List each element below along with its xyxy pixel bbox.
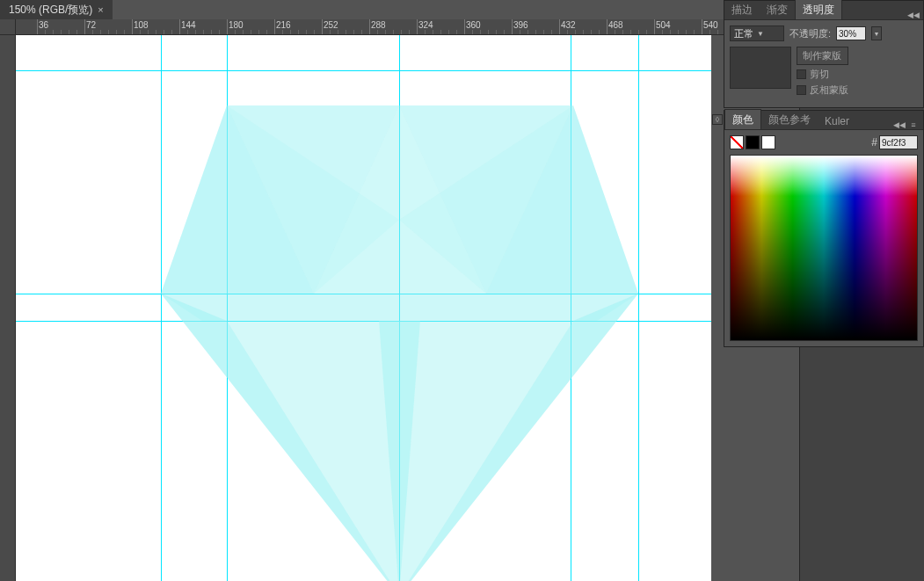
ruler-tick-label: 72	[86, 20, 96, 30]
blend-mode-value: 正常	[734, 27, 753, 40]
panel-collapse-icon[interactable]: ◀◀	[907, 11, 920, 19]
close-icon[interactable]: ×	[98, 4, 103, 15]
ruler-tick-label: 216	[276, 20, 291, 30]
document-tab-title: 150% (RGB/预览)	[9, 3, 92, 18]
ruler-tick-label: 504	[656, 20, 671, 30]
clip-checkbox[interactable]: 剪切	[797, 68, 848, 81]
ruler-tick-label: 144	[181, 20, 196, 30]
invert-mask-label: 反相蒙版	[810, 84, 848, 97]
ruler-vertical[interactable]	[0, 35, 16, 581]
clip-label: 剪切	[810, 68, 829, 81]
opacity-label: 不透明度:	[789, 27, 831, 40]
ruler-tick-label: 396	[513, 20, 528, 30]
color-panel: ◊ 颜色 颜色参考 Kuler ◀◀ ≡ #	[724, 110, 924, 347]
ruler-origin[interactable]	[0, 19, 16, 35]
color-spectrum[interactable]	[730, 155, 918, 341]
tab-transparency[interactable]: 透明度	[795, 0, 842, 19]
tab-color[interactable]: 颜色	[724, 109, 761, 129]
checkbox-icon	[797, 69, 806, 79]
chevron-down-icon: ▼	[757, 30, 764, 38]
guide-vertical[interactable]	[638, 35, 639, 581]
blend-mode-select[interactable]: 正常 ▼	[730, 25, 784, 41]
ruler-tick-label: 252	[324, 20, 338, 30]
panel-menu-icon[interactable]: ≡	[907, 120, 920, 129]
tab-gradient[interactable]: 渐变	[760, 0, 795, 19]
ruler-tick-label: 108	[134, 20, 149, 30]
ruler-tick-label: 432	[561, 20, 576, 30]
panels-dock: 描边 渐变 透明度 ◀◀ 正常 ▼ 不透明度: ▼ 制作蒙版	[724, 0, 924, 349]
transparency-panel-tabs: 描边 渐变 透明度 ◀◀	[724, 1, 923, 20]
opacity-stepper[interactable]: ▼	[871, 26, 882, 40]
make-mask-button[interactable]: 制作蒙版	[797, 47, 848, 65]
diamond-artwork[interactable]	[161, 105, 638, 581]
ruler-tick-label: 468	[608, 20, 623, 30]
opacity-mask-thumbnail[interactable]	[730, 47, 791, 89]
ruler-tick-label: 36	[39, 20, 48, 30]
invert-mask-checkbox[interactable]: 反相蒙版	[797, 84, 848, 97]
hex-input[interactable]	[879, 135, 918, 149]
canvas-area[interactable]	[16, 35, 799, 581]
hex-hash: #	[871, 136, 877, 149]
checkbox-icon	[797, 85, 806, 95]
document-tab[interactable]: 150% (RGB/预览) ×	[0, 0, 113, 20]
panel-collapse-icon[interactable]: ◀◀	[893, 120, 906, 129]
ruler-tick-label: 324	[418, 20, 433, 30]
svg-marker-13	[399, 321, 573, 581]
transparency-panel: 描边 渐变 透明度 ◀◀ 正常 ▼ 不透明度: ▼ 制作蒙版	[724, 0, 924, 108]
ruler-tick-label: 288	[371, 20, 386, 30]
artboard	[16, 35, 711, 581]
svg-marker-12	[227, 321, 399, 581]
guide-horizontal[interactable]	[16, 70, 711, 71]
tab-stroke[interactable]: 描边	[724, 0, 760, 19]
ruler-tick-label: 360	[466, 20, 481, 30]
ruler-tick-label: 540	[703, 20, 718, 30]
none-swatch[interactable]	[730, 135, 744, 149]
panel-link-icon[interactable]: ◊	[712, 114, 723, 125]
black-swatch[interactable]	[746, 135, 760, 149]
white-swatch[interactable]	[761, 135, 775, 149]
tab-kuler[interactable]: Kuler	[818, 113, 856, 129]
opacity-input[interactable]	[836, 26, 866, 40]
tab-color-guide[interactable]: 颜色参考	[761, 110, 818, 129]
ruler-tick-label: 180	[229, 20, 244, 30]
color-panel-tabs: 颜色 颜色参考 Kuler ◀◀ ≡	[724, 111, 923, 130]
